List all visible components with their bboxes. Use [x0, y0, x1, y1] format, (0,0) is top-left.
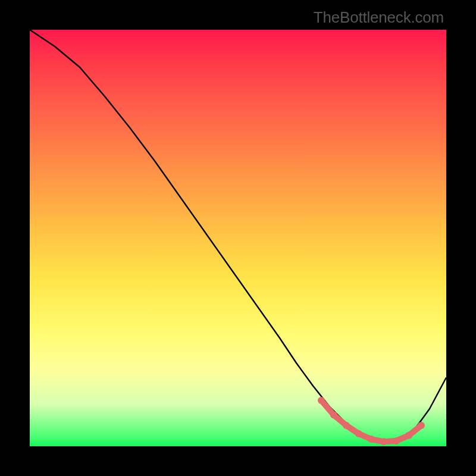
chart-svg — [30, 30, 446, 446]
highlight-dot — [318, 397, 325, 404]
highlight-dot — [418, 422, 425, 429]
highlight-dot — [405, 432, 412, 439]
curve-line — [30, 30, 446, 442]
highlight-dot — [355, 430, 362, 437]
highlight-dot — [380, 438, 387, 445]
highlight-dot — [330, 412, 337, 419]
watermark-text: TheBottleneck.com — [314, 8, 444, 27]
highlight-dot — [393, 437, 400, 444]
chart-frame: TheBottleneck.com — [0, 0, 476, 476]
highlight-dots — [318, 397, 425, 445]
highlight-dot — [343, 422, 350, 429]
highlight-dot — [368, 436, 375, 443]
